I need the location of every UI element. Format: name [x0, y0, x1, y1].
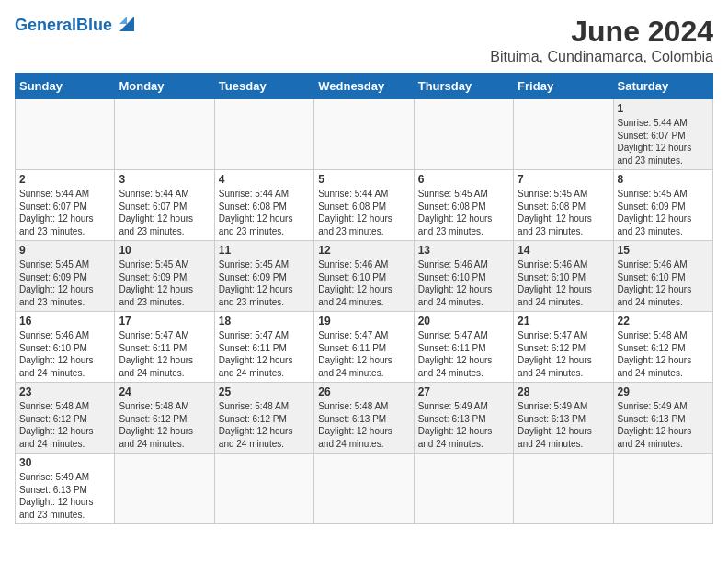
calendar-cell — [414, 99, 513, 170]
day-number: 1 — [618, 102, 709, 115]
column-header-monday: Monday — [115, 74, 214, 99]
calendar-cell: 7Sunrise: 5:45 AM Sunset: 6:08 PM Daylig… — [514, 170, 613, 241]
day-info: Sunrise: 5:45 AM Sunset: 6:09 PM Dayligh… — [19, 259, 110, 308]
day-number: 4 — [219, 173, 310, 186]
calendar-cell: 13Sunrise: 5:46 AM Sunset: 6:10 PM Dayli… — [414, 241, 513, 312]
calendar-cell — [514, 454, 613, 524]
day-number: 8 — [618, 173, 709, 186]
day-number: 13 — [418, 244, 509, 257]
calendar-cell: 26Sunrise: 5:48 AM Sunset: 6:13 PM Dayli… — [314, 383, 414, 454]
calendar-cell — [115, 99, 214, 170]
calendar-cell: 9Sunrise: 5:45 AM Sunset: 6:09 PM Daylig… — [16, 241, 115, 312]
calendar-header-row: SundayMondayTuesdayWednesdayThursdayFrid… — [16, 74, 713, 99]
day-info: Sunrise: 5:46 AM Sunset: 6:10 PM Dayligh… — [318, 259, 409, 308]
day-number: 7 — [518, 173, 609, 186]
calendar-cell — [214, 99, 313, 170]
calendar-cell: 8Sunrise: 5:45 AM Sunset: 6:09 PM Daylig… — [613, 170, 712, 241]
day-info: Sunrise: 5:47 AM Sunset: 6:11 PM Dayligh… — [119, 329, 210, 379]
day-info: Sunrise: 5:47 AM Sunset: 6:11 PM Dayligh… — [219, 329, 310, 379]
calendar-cell: 18Sunrise: 5:47 AM Sunset: 6:11 PM Dayli… — [214, 312, 313, 383]
month-year-title: June 2024 — [490, 15, 713, 49]
day-number: 14 — [518, 244, 609, 257]
column-header-friday: Friday — [514, 74, 613, 99]
calendar-week-row: 23Sunrise: 5:48 AM Sunset: 6:12 PM Dayli… — [16, 383, 713, 454]
day-number: 5 — [318, 173, 409, 186]
calendar-cell: 11Sunrise: 5:45 AM Sunset: 6:09 PM Dayli… — [214, 241, 313, 312]
day-number: 21 — [518, 315, 609, 327]
day-info: Sunrise: 5:44 AM Sunset: 6:07 PM Dayligh… — [618, 117, 709, 167]
day-info: Sunrise: 5:45 AM Sunset: 6:09 PM Dayligh… — [618, 188, 709, 237]
column-header-wednesday: Wednesday — [314, 74, 414, 99]
calendar-cell — [314, 99, 414, 170]
calendar-cell: 15Sunrise: 5:46 AM Sunset: 6:10 PM Dayli… — [613, 241, 712, 312]
calendar-cell: 27Sunrise: 5:49 AM Sunset: 6:13 PM Dayli… — [414, 383, 513, 454]
day-info: Sunrise: 5:48 AM Sunset: 6:12 PM Dayligh… — [119, 400, 210, 450]
calendar-cell: 1Sunrise: 5:44 AM Sunset: 6:07 PM Daylig… — [613, 99, 712, 170]
day-info: Sunrise: 5:46 AM Sunset: 6:10 PM Dayligh… — [618, 259, 709, 308]
calendar-cell: 19Sunrise: 5:47 AM Sunset: 6:11 PM Dayli… — [314, 312, 414, 383]
day-info: Sunrise: 5:44 AM Sunset: 6:07 PM Dayligh… — [19, 188, 110, 237]
day-info: Sunrise: 5:45 AM Sunset: 6:09 PM Dayligh… — [219, 259, 310, 308]
day-info: Sunrise: 5:49 AM Sunset: 6:13 PM Dayligh… — [19, 471, 110, 521]
day-number: 3 — [119, 173, 210, 186]
day-info: Sunrise: 5:46 AM Sunset: 6:10 PM Dayligh… — [518, 259, 609, 308]
day-number: 25 — [219, 385, 310, 398]
calendar-cell: 25Sunrise: 5:48 AM Sunset: 6:12 PM Dayli… — [214, 383, 313, 454]
calendar-cell: 2Sunrise: 5:44 AM Sunset: 6:07 PM Daylig… — [16, 170, 115, 241]
day-number: 2 — [19, 173, 110, 186]
column-header-thursday: Thursday — [414, 74, 513, 99]
day-info: Sunrise: 5:48 AM Sunset: 6:12 PM Dayligh… — [19, 400, 110, 450]
day-info: Sunrise: 5:49 AM Sunset: 6:13 PM Dayligh… — [518, 400, 609, 450]
calendar-cell: 20Sunrise: 5:47 AM Sunset: 6:11 PM Dayli… — [414, 312, 513, 383]
calendar-cell — [314, 454, 414, 524]
column-header-saturday: Saturday — [613, 74, 712, 99]
day-number: 15 — [618, 244, 709, 257]
calendar-cell: 28Sunrise: 5:49 AM Sunset: 6:13 PM Dayli… — [514, 383, 613, 454]
day-number: 27 — [418, 385, 509, 398]
location-subtitle: Bituima, Cundinamarca, Colombia — [490, 49, 713, 65]
day-info: Sunrise: 5:49 AM Sunset: 6:13 PM Dayligh… — [618, 400, 709, 450]
day-info: Sunrise: 5:47 AM Sunset: 6:12 PM Dayligh… — [518, 329, 609, 379]
day-info: Sunrise: 5:46 AM Sunset: 6:10 PM Dayligh… — [19, 329, 110, 379]
day-info: Sunrise: 5:48 AM Sunset: 6:13 PM Dayligh… — [318, 400, 409, 450]
day-info: Sunrise: 5:48 AM Sunset: 6:12 PM Dayligh… — [219, 400, 310, 450]
day-info: Sunrise: 5:49 AM Sunset: 6:13 PM Dayligh… — [418, 400, 509, 450]
calendar-cell — [613, 454, 712, 524]
calendar-cell — [214, 454, 313, 524]
day-info: Sunrise: 5:45 AM Sunset: 6:08 PM Dayligh… — [518, 188, 609, 237]
column-header-sunday: Sunday — [16, 74, 115, 99]
calendar-cell — [115, 454, 214, 524]
calendar-cell: 6Sunrise: 5:45 AM Sunset: 6:08 PM Daylig… — [414, 170, 513, 241]
day-info: Sunrise: 5:44 AM Sunset: 6:08 PM Dayligh… — [219, 188, 310, 237]
day-info: Sunrise: 5:44 AM Sunset: 6:08 PM Dayligh… — [318, 188, 409, 237]
day-number: 19 — [318, 315, 409, 327]
calendar-table: SundayMondayTuesdayWednesdayThursdayFrid… — [15, 73, 713, 524]
day-number: 18 — [219, 315, 310, 327]
day-info: Sunrise: 5:46 AM Sunset: 6:10 PM Dayligh… — [418, 259, 509, 308]
calendar-cell: 21Sunrise: 5:47 AM Sunset: 6:12 PM Dayli… — [514, 312, 613, 383]
day-number: 29 — [618, 385, 709, 398]
calendar-cell — [16, 99, 115, 170]
day-info: Sunrise: 5:45 AM Sunset: 6:09 PM Dayligh… — [119, 259, 210, 308]
calendar-week-row: 1Sunrise: 5:44 AM Sunset: 6:07 PM Daylig… — [16, 99, 713, 170]
calendar-week-row: 16Sunrise: 5:46 AM Sunset: 6:10 PM Dayli… — [16, 312, 713, 383]
day-info: Sunrise: 5:47 AM Sunset: 6:11 PM Dayligh… — [418, 329, 509, 379]
logo-icon — [114, 11, 140, 37]
column-header-tuesday: Tuesday — [214, 74, 313, 99]
day-number: 9 — [19, 244, 110, 257]
day-number: 22 — [618, 315, 709, 327]
day-number: 17 — [119, 315, 210, 327]
day-number: 23 — [19, 385, 110, 398]
calendar-cell: 24Sunrise: 5:48 AM Sunset: 6:12 PM Dayli… — [115, 383, 214, 454]
calendar-cell: 5Sunrise: 5:44 AM Sunset: 6:08 PM Daylig… — [314, 170, 414, 241]
calendar-cell: 12Sunrise: 5:46 AM Sunset: 6:10 PM Dayli… — [314, 241, 414, 312]
logo-text: GeneralBlue — [15, 17, 112, 35]
calendar-cell: 30Sunrise: 5:49 AM Sunset: 6:13 PM Dayli… — [16, 454, 115, 524]
page-header: GeneralBlue June 2024 Bituima, Cundinama… — [15, 15, 713, 65]
day-info: Sunrise: 5:48 AM Sunset: 6:12 PM Dayligh… — [618, 329, 709, 379]
day-number: 11 — [219, 244, 310, 257]
day-number: 10 — [119, 244, 210, 257]
title-area: June 2024 Bituima, Cundinamarca, Colombi… — [490, 15, 713, 65]
calendar-cell — [514, 99, 613, 170]
svg-marker-1 — [119, 17, 127, 24]
